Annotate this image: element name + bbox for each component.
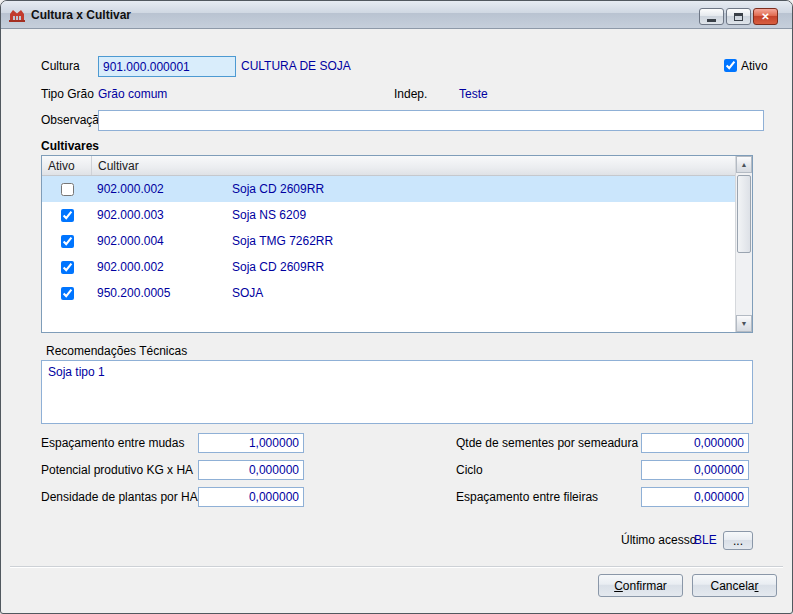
- app-icon: [9, 7, 25, 23]
- espacamento-fileiras-label: Espaçamento entre fileiras: [456, 487, 598, 508]
- title-bar[interactable]: Cultura x Cultivar ✕: [1, 1, 792, 29]
- recomendacoes-textarea[interactable]: Soja tipo 1: [41, 360, 753, 424]
- row-ativo-checkbox[interactable]: [61, 183, 74, 196]
- scroll-up-icon: ▲: [741, 161, 748, 168]
- ciclo-input[interactable]: [641, 460, 749, 480]
- cultura-label: Cultura: [41, 56, 80, 77]
- ultimo-acesso-value: BLE: [694, 530, 717, 551]
- observacao-input[interactable]: [98, 110, 764, 131]
- table-row[interactable]: 902.000.002 Soja CD 2609RR: [42, 254, 737, 280]
- cultura-code-input[interactable]: [98, 56, 236, 77]
- cultivares-group-title: Cultivares: [41, 136, 99, 157]
- cancel-accel: r: [755, 579, 759, 593]
- browse-button[interactable]: ...: [723, 531, 753, 550]
- table-row[interactable]: 902.000.003 Soja NS 6209: [42, 202, 737, 228]
- grid-header: Ativo Cultivar: [42, 156, 737, 176]
- cultivar-name: Soja CD 2609RR: [232, 260, 737, 274]
- confirm-button[interactable]: Confirmar: [598, 574, 683, 597]
- potencial-label: Potencial produtivo KG x HA: [41, 460, 193, 481]
- indep-value: Teste: [459, 84, 488, 105]
- footer-separator: [10, 566, 783, 568]
- table-row[interactable]: 902.000.004 Soja TMG 7262RR: [42, 228, 737, 254]
- cultivar-name: Soja CD 2609RR: [232, 182, 737, 196]
- espacamento-fileiras-input[interactable]: [641, 487, 749, 507]
- ativo-checkbox[interactable]: [724, 59, 737, 72]
- cultivar-code: 902.000.003: [92, 208, 232, 222]
- cancel-pre: Cancela: [710, 579, 754, 593]
- ciclo-label: Ciclo: [456, 460, 483, 481]
- densidade-input[interactable]: [198, 487, 304, 507]
- indep-label: Indep.: [394, 84, 427, 105]
- row-ativo-checkbox[interactable]: [61, 287, 74, 300]
- maximize-button[interactable]: [726, 8, 751, 25]
- close-button[interactable]: ✕: [753, 8, 778, 25]
- cultivar-code: 902.000.002: [92, 182, 232, 196]
- ultimo-acesso-label: Último acesso: [621, 530, 696, 551]
- confirm-accel: C: [614, 579, 623, 593]
- maximize-icon: [734, 13, 743, 21]
- row-ativo-checkbox[interactable]: [61, 261, 74, 274]
- cultivar-name: Soja NS 6209: [232, 208, 737, 222]
- row-ativo-checkbox[interactable]: [61, 235, 74, 248]
- table-row[interactable]: 902.000.002 Soja CD 2609RR: [42, 176, 737, 202]
- minimize-button[interactable]: [699, 8, 724, 25]
- espacamento-mudas-label: Espaçamento entre mudas: [41, 433, 184, 454]
- cultivares-grid: Ativo Cultivar 902.000.002 Soja CD 2609R…: [41, 155, 753, 333]
- cultivar-code: 902.000.002: [92, 260, 232, 274]
- tipo-grao-label: Tipo Grão: [41, 84, 94, 105]
- row-ativo-checkbox[interactable]: [61, 209, 74, 222]
- scrollbar-up-button[interactable]: ▲: [736, 156, 752, 173]
- potencial-input[interactable]: [198, 460, 304, 480]
- cancel-button[interactable]: Cancelar: [692, 574, 777, 597]
- densidade-label: Densidade de plantas por HA: [41, 487, 198, 508]
- vertical-scrollbar[interactable]: ▲ ▼: [735, 156, 752, 332]
- observacao-label: Observação: [41, 110, 106, 131]
- espacamento-mudas-input[interactable]: [198, 433, 304, 453]
- window-title: Cultura x Cultivar: [31, 8, 131, 22]
- minimize-icon: [707, 19, 716, 22]
- confirm-rest: onfirmar: [623, 579, 667, 593]
- recomendacoes-label: Recomendações Técnicas: [46, 341, 187, 362]
- cultivar-code: 950.200.0005: [92, 286, 232, 300]
- cultivar-name: SOJA: [232, 286, 737, 300]
- scroll-down-icon: ▼: [741, 320, 748, 327]
- cultura-description: CULTURA DE SOJA: [241, 56, 351, 77]
- tipo-grao-value: Grão comum: [98, 84, 167, 105]
- qtde-sementes-label: Qtde de sementes por semeadura: [456, 433, 638, 454]
- scrollbar-down-button[interactable]: ▼: [736, 315, 752, 332]
- column-header-ativo[interactable]: Ativo: [42, 156, 92, 175]
- cultivar-code: 902.000.004: [92, 234, 232, 248]
- dialog-window: Cultura x Cultivar ✕ Cultura CULTURA DE …: [0, 0, 793, 614]
- ativo-label: Ativo: [741, 56, 768, 77]
- qtde-sementes-input[interactable]: [641, 433, 749, 453]
- scrollbar-thumb[interactable]: [737, 175, 751, 253]
- cultivar-name: Soja TMG 7262RR: [232, 234, 737, 248]
- table-row[interactable]: 950.200.0005 SOJA: [42, 280, 737, 306]
- close-icon: ✕: [761, 12, 769, 22]
- column-header-cultivar[interactable]: Cultivar: [92, 156, 737, 175]
